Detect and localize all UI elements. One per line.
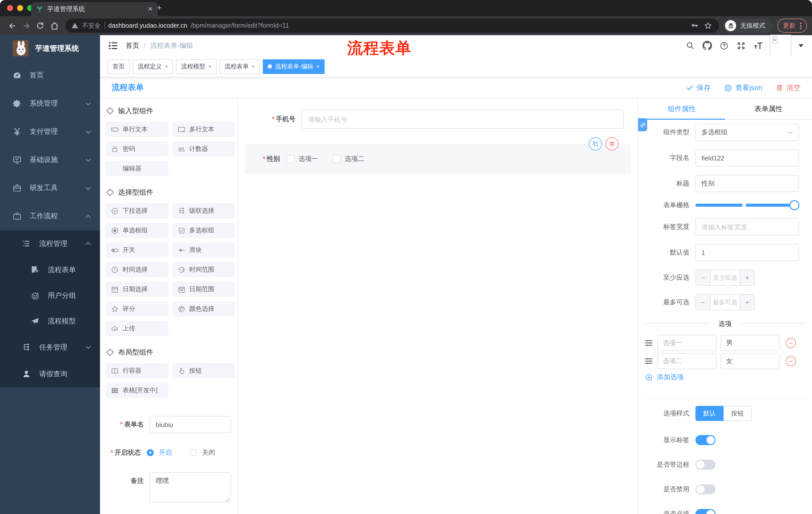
border-toggle[interactable]	[695, 460, 716, 470]
form-remark-textarea[interactable]: 嘿嘿	[150, 472, 231, 503]
phone-input[interactable]	[301, 110, 624, 129]
field-name-input[interactable]	[695, 150, 799, 166]
radio-off-label[interactable]: 关闭	[202, 444, 215, 461]
update-browser-button[interactable]: 更新	[777, 19, 807, 33]
link-tag[interactable]	[638, 118, 647, 131]
component-counter[interactable]: 123 计数器	[172, 141, 235, 156]
label-width-input[interactable]	[695, 218, 799, 235]
remove-option-button[interactable]: −	[786, 356, 796, 366]
style-default-button[interactable]: 默认	[695, 406, 724, 421]
max-select-value[interactable]: 最多可选	[710, 295, 740, 310]
decrease-icon[interactable]: −	[696, 270, 710, 285]
show-label-toggle[interactable]	[695, 435, 716, 445]
collapse-sidebar-icon[interactable]	[109, 42, 118, 50]
radio-on[interactable]	[147, 449, 154, 456]
decrease-icon[interactable]: −	[696, 295, 710, 310]
gender-checkbox-2[interactable]	[332, 155, 341, 163]
sidebar-item-process-form[interactable]: 流程表单	[0, 257, 100, 283]
close-tag-icon[interactable]: ×	[316, 63, 320, 70]
min-select-stepper[interactable]: − 至少应选 +	[695, 270, 755, 286]
reload-icon[interactable]	[33, 19, 47, 33]
breadcrumb-home[interactable]: 首页	[126, 41, 139, 50]
component-checkbox-group[interactable]: 多选框组	[172, 223, 235, 238]
sidebar-item-devtools[interactable]: 研发工具	[0, 174, 100, 202]
component-row-container[interactable]: 行容器	[106, 363, 168, 378]
fullscreen-icon[interactable]	[736, 40, 747, 51]
add-option-button[interactable]: 添加选项	[645, 373, 812, 381]
component-cascader[interactable]: 级联选择	[172, 203, 235, 218]
view-json-button[interactable]: 查看json	[724, 83, 762, 92]
radio-on-label[interactable]: 开启	[159, 444, 172, 461]
max-select-stepper[interactable]: − 最多可选 +	[695, 294, 755, 310]
sidebar-item-task-mgmt[interactable]: 任务管理	[0, 334, 100, 360]
component-select[interactable]: 下拉选择	[106, 203, 168, 218]
min-select-value[interactable]: 至少应选	[710, 270, 740, 285]
style-button-button[interactable]: 按钮	[724, 406, 752, 421]
security-label[interactable]: 不安全	[82, 21, 101, 30]
option-value-input[interactable]	[721, 335, 780, 351]
component-color-picker[interactable]: 颜色选择	[172, 301, 235, 316]
drag-handle-icon[interactable]	[644, 339, 653, 348]
form-canvas[interactable]: 手机号	[238, 99, 638, 514]
default-value-input[interactable]	[695, 244, 799, 261]
sidebar-item-infrastructure[interactable]: 基础设施	[0, 146, 100, 174]
component-time-range[interactable]: 时间范围	[172, 262, 235, 277]
font-size-icon[interactable]	[753, 40, 764, 51]
tag-process-form-edit[interactable]: 流程表单-编辑×	[263, 59, 325, 74]
title-input[interactable]	[695, 175, 799, 192]
close-window-button[interactable]	[7, 5, 13, 11]
component-switch[interactable]: 开关	[106, 242, 168, 258]
sidebar-item-process-mgmt[interactable]: 流程管理	[0, 231, 100, 257]
component-textarea[interactable]: 多行文本	[172, 122, 235, 137]
browser-menu-icon[interactable]	[800, 22, 802, 29]
bookmark-star-icon[interactable]	[703, 21, 713, 31]
copy-component-button[interactable]	[589, 137, 602, 151]
gender-checkbox-1[interactable]	[286, 155, 294, 163]
sidebar-item-home[interactable]: 首页	[0, 61, 100, 89]
url-bar[interactable]: 不安全 dashboard.yudao.iocoder.cn /bpm/mana…	[65, 19, 719, 33]
component-table-dev[interactable]: 表格[开发中]	[106, 383, 168, 398]
option-label-input[interactable]	[657, 353, 717, 369]
component-type-select[interactable]: 多选框组	[695, 124, 799, 141]
back-icon[interactable]	[5, 19, 19, 33]
sidebar-item-process-model[interactable]: 流程模型	[0, 308, 100, 334]
option-value-input[interactable]	[721, 353, 780, 369]
gender-option-2-label[interactable]: 选项二	[345, 154, 364, 163]
option-label-input[interactable]	[657, 335, 717, 351]
help-icon[interactable]	[719, 40, 730, 51]
password-key-icon[interactable]	[689, 21, 699, 31]
sidebar-item-workflow[interactable]: 工作流程	[0, 202, 100, 231]
sidebar-item-user-group[interactable]: 用户分组	[0, 283, 100, 308]
minimize-window-button[interactable]	[17, 5, 23, 11]
drag-handle-icon[interactable]	[644, 357, 653, 366]
remove-option-button[interactable]: −	[786, 338, 796, 348]
component-slider[interactable]: 滑块	[172, 242, 235, 258]
resize-grip-icon[interactable]	[225, 497, 230, 502]
canvas-field-phone[interactable]: 手机号	[252, 110, 624, 129]
close-tag-icon[interactable]: ×	[165, 63, 168, 70]
user-avatar[interactable]	[770, 35, 791, 56]
slider-handle[interactable]	[789, 200, 800, 210]
save-button[interactable]: 保存	[686, 83, 711, 92]
component-rate[interactable]: 评分	[106, 301, 168, 316]
increase-icon[interactable]: +	[740, 270, 754, 285]
component-radio-group[interactable]: 单选框组	[106, 223, 168, 238]
grid-slider[interactable]	[695, 204, 795, 207]
browser-tab[interactable]: 芋道管理系统 ✕	[31, 2, 158, 16]
tag-process-model[interactable]: 流程模型×	[176, 59, 216, 74]
radio-off[interactable]	[190, 449, 197, 456]
disabled-toggle[interactable]	[695, 484, 716, 494]
sidebar-logo[interactable]: 芋道管理系统	[0, 35, 100, 61]
sidebar-item-system[interactable]: 系统管理	[0, 89, 100, 118]
clear-button[interactable]: 清空	[776, 83, 801, 92]
tag-process-definition[interactable]: 流程定义×	[133, 59, 173, 74]
sidebar-item-leave-query[interactable]: 请假查询	[0, 360, 100, 387]
required-toggle[interactable]	[695, 509, 716, 514]
tag-process-form[interactable]: 流程表单×	[220, 59, 260, 74]
component-editor[interactable]: 编辑器	[106, 161, 168, 176]
component-time-picker[interactable]: 时间选择	[106, 262, 168, 277]
component-button[interactable]: 按钮	[172, 363, 235, 378]
delete-component-button[interactable]	[606, 137, 618, 151]
tag-home[interactable]: 首页	[108, 59, 129, 74]
close-tag-icon[interactable]: ×	[252, 63, 255, 70]
